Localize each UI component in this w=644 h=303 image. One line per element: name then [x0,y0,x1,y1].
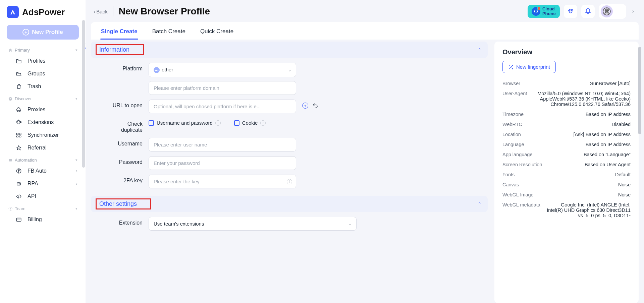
overview-key: Browser [502,81,520,86]
url-label: URL to open [93,100,143,109]
account-menu[interactable] [599,4,626,19]
cloud-phone-button[interactable]: Cloud Phone [528,5,560,18]
chevron-right-icon: › [76,181,77,186]
nav-group-automation[interactable]: Automation ▾ [0,154,86,165]
overview-key: WebGL metadata [502,202,540,218]
sidebar-item-api[interactable]: API [0,190,86,203]
username-input[interactable] [149,138,296,152]
chevron-left-icon: ‹ [94,9,95,14]
sidebar-item-referral[interactable]: Referral [0,141,86,154]
sidebar-scrollbar[interactable] [82,20,85,275]
twofa-input[interactable] [149,175,296,188]
url-input[interactable] [149,100,296,113]
sidebar-item-rpa[interactable]: RPA › [0,177,86,190]
tab-quick-create[interactable]: Quick Create [200,24,234,40]
extension-select[interactable]: Use team's extensions ⌄ [149,217,357,231]
svg-rect-7 [16,136,18,137]
overview-value: Based on "Language" [584,152,631,157]
info-icon[interactable]: i [287,179,292,184]
new-profile-button[interactable]: + New Profile [7,25,79,40]
chevron-down-icon: ▾ [75,206,77,211]
overview-key: Location [502,132,521,137]
sidebar-item-extensions[interactable]: Extensions [0,116,86,129]
sidebar-item-fb-auto[interactable]: FB Auto › [0,165,86,177]
sidebar-item-billing[interactable]: Billing [0,213,86,226]
platform-label: Platform [93,63,143,72]
check-dup-userpass[interactable]: Username and password i [149,120,221,126]
nav-group-primary[interactable]: Primary ▾ [0,44,86,55]
robot-icon [15,181,23,187]
new-fingerprint-button[interactable]: New fingerprint [502,61,556,73]
svg-point-2 [19,111,20,112]
info-icon[interactable]: i [215,120,221,126]
nav-group-team[interactable]: Team ▾ [0,203,86,213]
svg-point-14 [10,208,11,209]
sidebar-item-trash[interactable]: Trash [0,80,86,93]
checkbox-icon [234,120,239,126]
overview-key: App language [502,152,533,157]
sidebar-item-groups[interactable]: Groups [0,67,86,80]
overview-value: Based on IP address [586,142,631,147]
chevron-right-icon[interactable]: › [630,8,636,14]
info-icon[interactable]: i [260,120,266,126]
undo-url-button[interactable] [312,103,318,109]
topbar: ‹ Back New Browser Profile Cloud Phone [86,0,644,22]
overview-row: WebGL ImageNoise [502,190,631,200]
overview-key: Screen Resolution [502,162,542,167]
svg-point-19 [607,10,608,11]
overview-key: Timezone [502,112,524,117]
overview-value: Mozilla/5.0 (Windows NT 10.0; Win64; x64… [532,91,631,107]
sidebar-item-profiles[interactable]: Profiles [0,55,86,67]
overview-key: WebRTC [502,122,522,127]
notifications-button[interactable] [581,5,595,18]
add-url-button[interactable]: + [302,103,308,109]
logo-mark-icon [7,6,19,18]
refresh-button[interactable] [564,5,577,18]
chevron-up-icon: ⌃ [478,47,482,53]
section-other-settings[interactable]: Other settings ⌃ [91,196,488,212]
overview-value: [Ask] Based on IP address [573,132,631,137]
highlight-other-settings: Other settings [96,198,151,209]
fb-icon [15,168,23,174]
platform-other-icon: ••• [154,67,160,73]
platform-select[interactable]: •••other ⌄ [149,63,296,77]
sidebar-item-synchronizer[interactable]: Synchronizer [0,129,86,141]
platform-domain-input[interactable] [149,81,296,95]
tab-batch-create[interactable]: Batch Create [152,24,186,40]
back-button[interactable]: ‹ Back [94,9,108,14]
twofa-label: 2FA key [93,175,143,184]
overview-scrollbar[interactable] [638,47,641,282]
overview-value: Google Inc. (Intel) ANGLE (Intel, Intel(… [546,202,631,218]
check-duplicate-label: Check duplicate [93,118,143,133]
overview-key: Canvas [502,182,519,187]
section-information[interactable]: Information ⌃ [91,42,488,58]
svg-point-4 [20,122,21,123]
logo[interactable]: AdsPower [0,0,86,23]
divider [113,6,113,16]
overview-value: Based on IP address [586,112,631,117]
api-icon [15,193,23,199]
sidebar-item-proxies[interactable]: Proxies [0,103,86,116]
folder-icon [15,58,23,64]
overview-row: WebGL metadataGoogle Inc. (Intel) ANGLE … [502,200,631,221]
create-tabs: Single Create Batch Create Quick Create [91,22,639,40]
overview-row: WebRTCDisabled [502,119,631,129]
overview-row: BrowserSunBrowser [Auto] [502,78,631,88]
overview-title: Overview [502,48,631,56]
svg-point-12 [18,184,18,184]
overview-row: TimezoneBased on IP address [502,109,631,119]
overview-panel: Overview New fingerprint BrowserSunBrows… [494,42,639,303]
page-title: New Browser Profile [119,6,210,17]
sidebar: AdsPower + New Profile ‹ Primary ▾ Profi… [0,0,86,303]
password-input[interactable] [149,156,296,170]
overview-value: Disabled [612,122,631,127]
puzzle-icon [15,119,23,125]
overview-key: WebGL Image [502,192,534,197]
proxy-icon [15,107,23,113]
overview-row: User-AgentMozilla/5.0 (Windows NT 10.0; … [502,88,631,109]
cloud-phone-icon [532,7,540,16]
chevron-down-icon: ▾ [75,158,77,162]
nav-group-discover[interactable]: Discover ▾ [0,93,86,103]
tab-single-create[interactable]: Single Create [100,24,138,40]
check-dup-cookie[interactable]: Cookie i [234,120,266,126]
